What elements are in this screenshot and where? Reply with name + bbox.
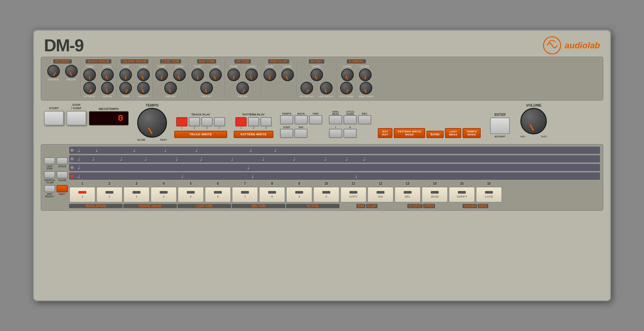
pp-2-btn[interactable] [248,117,259,126]
rc-level2-knob[interactable] [281,69,294,81]
rc-level2-group: LEVEL [281,65,294,81]
bd-level-knob[interactable] [101,69,114,81]
scale-btn[interactable] [57,157,68,165]
cycle-guide-btn[interactable] [343,115,357,124]
rec-btn[interactable] [358,115,371,124]
step-13-indicator [404,191,412,194]
pp-1-btn[interactable] [235,117,247,126]
sd-knobs-top: TUNE LEVEL [119,65,150,81]
rc-level1-knob[interactable] [263,69,276,81]
step-btn-13[interactable]: DEL [394,187,421,203]
mode-i-btn[interactable] [329,129,342,138]
inst-select-label: INST SELECT [45,193,54,198]
sd-tune-knob[interactable] [119,69,132,81]
clap-step-label: CLAP [366,204,378,208]
ht-tune-knob[interactable] [227,69,240,81]
step-9-indicator [295,191,303,194]
step-btn-6[interactable]: 6 [205,187,231,203]
pattern-write-mode-btn[interactable]: PATTERN WRITE MODE [394,128,425,138]
accent-decay-knob[interactable] [65,65,78,77]
step-btn-14[interactable]: SEND [422,187,448,203]
step-btn-3[interactable]: 3 [123,187,150,203]
enter-btn[interactable] [490,118,510,134]
step-btn-11[interactable]: COPY [340,187,367,203]
track-play-2-btn[interactable] [189,117,200,126]
mt-tune-knob[interactable] [191,69,204,81]
cy-level2-knob[interactable] [359,69,372,81]
step-btn-15[interactable]: VERIFY [449,187,475,203]
ext-inst-btn[interactable]: EXT INST [378,128,392,138]
tempo-knob[interactable] [137,108,167,138]
bd-tune-knob[interactable] [83,69,96,81]
last-step-btn[interactable] [44,157,55,165]
step-btn-10[interactable]: 0 [313,187,340,203]
sd-tone-knob[interactable] [119,82,132,94]
sd-snappy-knob[interactable] [137,82,150,94]
step-btn-5[interactable]: 5 [178,187,204,203]
lt-level-knob[interactable] [173,69,186,81]
step-num-16: 16 [476,182,502,185]
accent-attack-knob[interactable] [47,65,60,77]
step-num-11: 11 [340,182,367,185]
step-btn-16[interactable]: LOAD [476,187,502,203]
last-step-label: LAST STEP [47,165,53,170]
step-btn-4[interactable]: 4 [150,187,177,203]
tempo-mode-btn[interactable]: TEMPO MODE [463,128,481,138]
brand: audiolab [542,35,600,55]
hh-chdecay-knob[interactable] [301,82,313,94]
volume-knob[interactable] [520,108,547,134]
track-play-1-btn[interactable] [176,117,187,126]
ht-decay-knob[interactable] [236,82,249,94]
crash-ride-dual-labels: CRASH RIDE [449,204,502,208]
step-btn-12[interactable]: INS [367,187,394,203]
step-btn-9[interactable]: 9 [286,187,312,203]
last-meas-btn[interactable]: LAST MEAS [445,128,461,138]
inst-select-btn[interactable] [44,185,55,192]
pattern-play-label: PATTERN PLAY [243,113,265,116]
start-button[interactable] [44,111,64,125]
pp-3-btn[interactable] [261,117,272,126]
lt-decay-knob[interactable] [164,82,177,94]
ht-level-knob[interactable] [245,69,258,81]
track-write-btn[interactable]: TRACK WRITE [174,131,227,138]
track-play-3-group: 3 [201,117,213,129]
shuffle-flam-btn[interactable] [44,171,55,178]
step-btn-8[interactable]: 8 [259,187,285,203]
step-btn-2[interactable]: 2 [96,187,123,203]
hh-level-knob[interactable] [310,69,323,81]
sd-level-knob[interactable] [137,69,150,81]
track-play-4-btn[interactable] [214,117,225,126]
step-buttons: 1 2 3 4 5 [69,187,600,203]
bd-decay-knob[interactable] [101,82,114,94]
clear-btn[interactable] [57,171,68,178]
track-play-3-btn[interactable] [201,117,213,126]
tempo-ctrl-btn[interactable] [280,115,293,124]
step-btn-1[interactable]: 1 [69,187,96,203]
step-btn-7[interactable]: 7 [232,187,258,203]
last-step-group: LAST STEP [44,157,55,170]
avail-meas-btn[interactable] [329,115,342,124]
shift-btn[interactable] [57,185,68,192]
cy-level1-knob[interactable] [341,69,354,81]
back-btn[interactable] [295,115,308,124]
step-btn-ctrl[interactable] [280,129,293,138]
mt-level-knob[interactable] [209,69,222,81]
cy-rdetune-knob[interactable] [360,82,372,94]
step-10-indicator [322,191,330,194]
stop-cont-button[interactable] [66,111,86,125]
pattern-write-btn[interactable]: PATTERN WRITE [234,131,273,138]
tap-btn[interactable] [294,129,307,138]
cy-crstune-knob[interactable] [340,82,353,94]
mt-decay-knob[interactable] [200,82,213,94]
tempo-ctrl-group: TEMPO [280,112,293,124]
snare-drum-label: SNARE DRUM [121,59,149,64]
bd-attack-knob[interactable] [83,82,96,94]
hh-ohdecay-knob[interactable] [320,82,333,94]
hi-hat-label: HI HAT [309,59,325,64]
fwd-btn[interactable] [309,115,322,124]
bank-btn[interactable]: BANK [426,131,444,138]
lt-tune-knob[interactable] [155,69,168,81]
mode-ii-btn[interactable] [343,129,357,138]
step-num-15: 15 [449,182,475,185]
mid-tom-label: MID TOM [197,59,217,64]
